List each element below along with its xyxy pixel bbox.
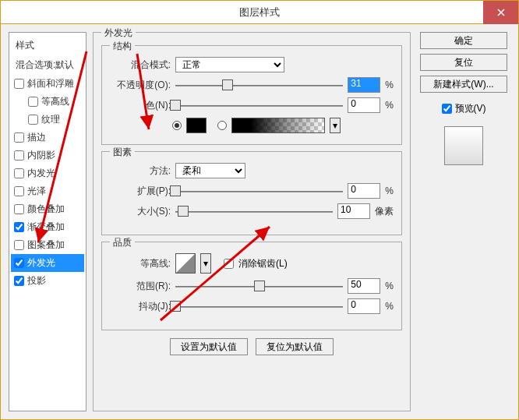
window-title: 图层样式 <box>1 5 518 19</box>
style-checkbox[interactable] <box>28 97 38 107</box>
antialias-checkbox[interactable] <box>224 259 234 269</box>
jitter-unit: % <box>385 301 394 312</box>
preview-label: 预览(V) <box>455 102 486 115</box>
jitter-input[interactable]: 0 <box>348 298 380 314</box>
style-label: 投影 <box>27 274 46 288</box>
style-item-6[interactable]: 光泽 <box>11 182 84 200</box>
solid-color-radio[interactable] <box>172 121 182 130</box>
right-panel: 确定 复位 新建样式(W)... 预览(V) <box>417 32 510 411</box>
jitter-label: 抖动(J): <box>110 300 171 313</box>
method-label: 方法: <box>110 164 171 178</box>
style-item-8[interactable]: 渐变叠加 <box>11 218 84 236</box>
elements-subgroup: 图素 方法: 柔和 扩展(P): 0 % <box>101 151 402 235</box>
opacity-input[interactable]: 31 <box>348 77 380 93</box>
noise-label: 色(N): <box>110 99 171 112</box>
content: 样式 混合选项:默认 斜面和浮雕等高线纹理描边内阴影内发光光泽颜色叠加渐变叠加图… <box>1 24 518 419</box>
quality-title: 品质 <box>110 236 135 249</box>
method-select[interactable]: 柔和 <box>175 163 245 178</box>
style-label: 颜色叠加 <box>27 203 65 216</box>
blend-options-header[interactable]: 混合选项:默认 <box>11 55 84 75</box>
ok-button[interactable]: 确定 <box>420 32 507 49</box>
style-label: 渐变叠加 <box>27 221 65 234</box>
spread-slider[interactable] <box>175 183 343 199</box>
style-label: 图案叠加 <box>27 238 65 252</box>
noise-slider[interactable] <box>175 97 343 113</box>
gradient-picker[interactable] <box>231 118 325 133</box>
antialias-label: 消除锯齿(L) <box>238 257 288 270</box>
range-input[interactable]: 50 <box>348 278 380 294</box>
range-unit: % <box>385 281 394 291</box>
style-label: 描边 <box>27 131 46 144</box>
style-label: 等高线 <box>41 95 69 108</box>
spread-label: 扩展(P): <box>110 185 171 198</box>
contour-picker[interactable] <box>175 253 196 274</box>
style-checkbox[interactable] <box>14 186 24 196</box>
outer-glow-group: 外发光 结构 混合模式: 正常 不透明度(O): <box>93 32 411 411</box>
style-checkbox[interactable] <box>14 168 24 178</box>
size-unit: 像素 <box>375 205 394 218</box>
titlebar: 图层样式 <box>1 1 518 24</box>
new-style-button[interactable]: 新建样式(W)... <box>420 76 507 93</box>
quality-subgroup: 品质 等高线: ▾ 消除锯齿(L) 范围(R): 50 <box>101 242 402 330</box>
settings-panel: 外发光 结构 混合模式: 正常 不透明度(O): <box>93 32 411 411</box>
style-item-7[interactable]: 颜色叠加 <box>11 200 84 218</box>
style-item-4[interactable]: 内阴影 <box>11 146 84 164</box>
structure-title: 结构 <box>110 40 135 53</box>
style-item-3[interactable]: 描边 <box>11 129 84 146</box>
jitter-slider[interactable] <box>175 298 343 314</box>
opacity-label: 不透明度(O): <box>110 79 171 92</box>
opacity-unit: % <box>385 79 394 90</box>
style-label: 内发光 <box>27 167 55 180</box>
gradient-radio[interactable] <box>217 121 227 130</box>
spread-unit: % <box>385 185 394 196</box>
style-item-11[interactable]: 投影 <box>11 272 84 290</box>
reset-default-button[interactable]: 复位为默认值 <box>256 338 334 355</box>
style-checkbox[interactable] <box>14 204 24 214</box>
size-label: 大小(S): <box>110 205 171 218</box>
close-button[interactable] <box>483 1 518 24</box>
style-checkbox[interactable] <box>14 132 24 143</box>
style-label: 纹理 <box>41 113 60 126</box>
style-label: 内阴影 <box>27 149 55 162</box>
style-checkbox[interactable] <box>14 240 24 250</box>
style-item-1[interactable]: 等高线 <box>11 93 84 111</box>
style-item-10[interactable]: 外发光 <box>11 254 84 272</box>
style-checkbox[interactable] <box>14 276 24 286</box>
blend-mode-select[interactable]: 正常 <box>175 57 284 72</box>
color-swatch[interactable] <box>186 118 207 133</box>
cancel-button[interactable]: 复位 <box>420 54 507 71</box>
make-default-button[interactable]: 设置为默认值 <box>170 338 248 355</box>
style-checkbox[interactable] <box>14 258 24 268</box>
structure-subgroup: 结构 混合模式: 正常 不透明度(O): 31 % <box>101 45 402 145</box>
outer-glow-title: 外发光 <box>101 26 136 40</box>
style-item-5[interactable]: 内发光 <box>11 164 84 182</box>
gradient-dropdown[interactable]: ▾ <box>330 118 341 133</box>
style-checkbox[interactable] <box>14 79 24 89</box>
preview-checkbox[interactable] <box>442 104 452 114</box>
contour-label: 等高线: <box>110 257 171 270</box>
style-item-0[interactable]: 斜面和浮雕 <box>11 75 84 93</box>
style-checkbox[interactable] <box>28 115 38 125</box>
style-label: 斜面和浮雕 <box>27 77 74 90</box>
style-checkbox[interactable] <box>14 150 24 161</box>
style-label: 光泽 <box>27 185 46 198</box>
noise-input[interactable]: 0 <box>348 97 380 113</box>
size-slider[interactable] <box>175 203 333 219</box>
layer-style-dialog: 图层样式 样式 混合选项:默认 斜面和浮雕等高线纹理描边内阴影内发光光泽颜色叠加… <box>0 0 519 420</box>
range-slider[interactable] <box>175 278 343 294</box>
style-checkbox[interactable] <box>14 222 24 232</box>
elements-title: 图素 <box>110 146 135 159</box>
style-item-2[interactable]: 纹理 <box>11 111 84 129</box>
size-input[interactable]: 10 <box>337 203 370 219</box>
noise-unit: % <box>385 100 394 111</box>
style-item-9[interactable]: 图案叠加 <box>11 236 84 254</box>
styles-list: 样式 混合选项:默认 斜面和浮雕等高线纹理描边内阴影内发光光泽颜色叠加渐变叠加图… <box>9 32 86 411</box>
style-label: 外发光 <box>27 256 55 270</box>
contour-dropdown[interactable]: ▾ <box>200 253 211 274</box>
blend-mode-label: 混合模式: <box>110 58 171 72</box>
range-label: 范围(R): <box>110 280 171 293</box>
spread-input[interactable]: 0 <box>348 183 380 199</box>
styles-header[interactable]: 样式 <box>11 36 84 55</box>
opacity-slider[interactable] <box>175 77 343 93</box>
close-icon <box>497 9 505 16</box>
